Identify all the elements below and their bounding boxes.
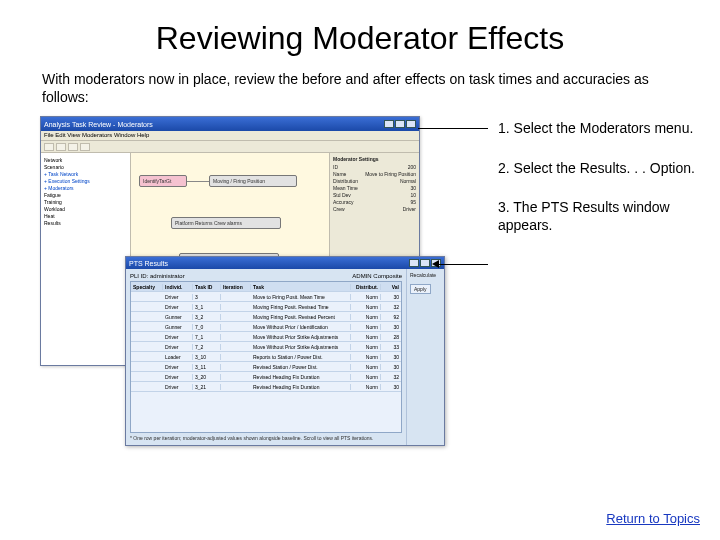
block-platform[interactable]: Platform Returns Crew alarms	[171, 217, 281, 229]
table-row[interactable]: Gunner7_0Move Without Prior / Identifica…	[131, 322, 401, 332]
connector	[187, 181, 209, 182]
callout-line	[418, 128, 488, 129]
property-row: Accuracy95	[333, 199, 416, 205]
tool-icon[interactable]	[56, 143, 66, 151]
page-title: Reviewing Moderator Effects	[0, 0, 720, 71]
tree-item[interactable]: + Execution Settings	[44, 178, 127, 184]
property-row: ID200	[333, 164, 416, 170]
results-side-panel: Recalculate Apply	[406, 269, 444, 445]
maximize-icon[interactable]	[395, 120, 405, 128]
table-row[interactable]: Driver3_11Revised Station / Power Dist.N…	[131, 362, 401, 372]
toolbar	[41, 141, 419, 153]
maximize-icon[interactable]	[420, 259, 430, 267]
panel-heading: Moderator Settings	[333, 156, 416, 162]
titlebar: Analysis Task Review - Moderators	[41, 117, 419, 131]
step-2: 2. Select the Results. . . Option.	[498, 160, 698, 178]
table-row[interactable]: Driver3_20Revised Heading Fix DurationNo…	[131, 372, 401, 382]
tool-icon[interactable]	[44, 143, 54, 151]
table-row[interactable]: Driver7_2Move Without Prior Strike Adjus…	[131, 342, 401, 352]
property-row: Std Dev10	[333, 192, 416, 198]
minimize-icon[interactable]	[409, 259, 419, 267]
grid-footnote: * One row per iteration; moderator-adjus…	[130, 435, 402, 441]
minimize-icon[interactable]	[384, 120, 394, 128]
tree-item[interactable]: Fatigue	[44, 192, 127, 198]
steps-list: 1. Select the Moderators menu. 2. Select…	[498, 120, 698, 256]
side-label: Recalculate	[410, 272, 441, 278]
table-row[interactable]: Driver3Move to Firing Posit. Mean TimeNo…	[131, 292, 401, 302]
table-header: SpecialtyIndivid.Task IDIterationTaskDis…	[131, 282, 401, 292]
tree-item[interactable]: Workload	[44, 206, 127, 212]
table-row[interactable]: Loader3_10Reports to Station / Power Dis…	[131, 352, 401, 362]
tree-item[interactable]: Training	[44, 199, 127, 205]
tool-icon[interactable]	[68, 143, 78, 151]
tree-item[interactable]: Scenario	[44, 164, 127, 170]
step-1: 1. Select the Moderators menu.	[498, 120, 698, 138]
intro-text: With moderators now in place, review the…	[0, 71, 720, 116]
titlebar: PTS Results	[126, 257, 444, 269]
meta-label: PLI ID: administrator	[130, 273, 185, 279]
results-grid[interactable]: SpecialtyIndivid.Task IDIterationTaskDis…	[130, 281, 402, 433]
return-to-topics-link[interactable]: Return to Topics	[606, 511, 700, 526]
table-row[interactable]: Gunner3_2Moving Firing Posit. Revised Pe…	[131, 312, 401, 322]
window-title: Analysis Task Review - Moderators	[44, 121, 153, 128]
tree-item[interactable]: Results	[44, 220, 127, 226]
block-moving[interactable]: Moving / Firing Position	[209, 175, 297, 187]
block-identify[interactable]: IdentifyTarGt	[139, 175, 187, 187]
app-window-pts-results: PTS Results PLI ID: administrator ADMIN …	[125, 256, 445, 446]
table-row[interactable]: Driver3_21Revised Heading Fix DurationNo…	[131, 382, 401, 392]
close-icon[interactable]	[406, 120, 416, 128]
tree-item[interactable]: + Moderators	[44, 185, 127, 191]
property-row: NameMove to Firing Position	[333, 171, 416, 177]
window-title: PTS Results	[129, 260, 168, 267]
menubar[interactable]: File Edit View Moderators Window Help	[41, 131, 419, 141]
callout-line	[438, 264, 488, 265]
table-row[interactable]: Driver3_1Moving Firing Posit. Revised Ti…	[131, 302, 401, 312]
property-row: Mean Time30	[333, 185, 416, 191]
tree-panel[interactable]: NetworkScenario + Task Network + Executi…	[41, 153, 131, 365]
table-row[interactable]: Driver7_1Move Without Prior Strike Adjus…	[131, 332, 401, 342]
property-row: CrewDriver	[333, 206, 416, 212]
tool-icon[interactable]	[80, 143, 90, 151]
apply-button[interactable]: Apply	[410, 284, 431, 294]
meta-right: ADMIN Composite	[352, 273, 402, 279]
arrow-icon	[432, 260, 439, 268]
tree-item[interactable]: Heat	[44, 213, 127, 219]
content-area: Analysis Task Review - Moderators File E…	[0, 116, 720, 476]
property-row: DistributionNormal	[333, 178, 416, 184]
step-3: 3. The PTS Results window appears.	[498, 199, 698, 234]
tree-item[interactable]: Network	[44, 157, 127, 163]
tree-item[interactable]: + Task Network	[44, 171, 127, 177]
